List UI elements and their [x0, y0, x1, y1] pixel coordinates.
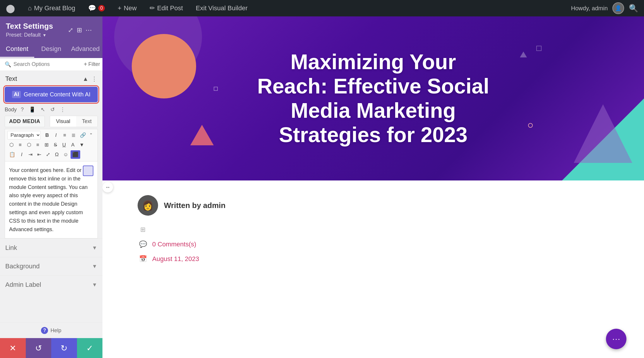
- floating-action-button[interactable]: ⋯: [606, 329, 626, 349]
- font-color-button[interactable]: A: [69, 141, 77, 149]
- section-collapse-icon[interactable]: ▲: [83, 76, 88, 82]
- link-section-header[interactable]: Link ▼: [0, 239, 102, 257]
- table-button[interactable]: ⊞: [42, 141, 51, 149]
- mobile-preview-button[interactable]: 📱: [28, 106, 37, 113]
- italic-button[interactable]: I: [52, 131, 60, 139]
- plus-icon: +: [118, 4, 121, 12]
- filter-button[interactable]: + Filter: [84, 61, 100, 68]
- editor-tab-text[interactable]: Text: [76, 116, 97, 127]
- panel-tabs: Content Design Advanced: [0, 41, 102, 58]
- right-content: ↔ Maximizing Your Reach: Effective Socia…: [102, 16, 644, 358]
- admin-avatar[interactable]: 👤: [612, 2, 624, 14]
- link-section-arrow: ▼: [92, 245, 97, 251]
- help-icon: ?: [41, 327, 48, 334]
- underline-button[interactable]: U: [60, 141, 68, 149]
- admin-bar-new[interactable]: + New: [115, 3, 139, 13]
- select-tool-button[interactable]: ↖: [40, 106, 46, 113]
- undo-button[interactable]: ↺: [26, 338, 52, 358]
- text-section-header[interactable]: Text ▲ ⋮: [0, 71, 102, 86]
- ai-generate-button[interactable]: AI Generate Content With AI: [5, 87, 98, 102]
- meta-items: ⊞ 💬 0 Comments(s) 📅 August 11, 2023: [138, 224, 609, 264]
- author-avatar: 👩: [138, 195, 158, 216]
- search-input[interactable]: [13, 61, 81, 67]
- link-section-title: Link: [5, 244, 17, 252]
- tab-content[interactable]: Content: [0, 41, 34, 58]
- editor-area: Body ? 📱 ↖ ↺ ⋮ ADD MEDIA Visual: [0, 106, 102, 238]
- save-button[interactable]: ✓: [77, 338, 103, 358]
- columns-icon[interactable]: ⊞: [77, 26, 82, 34]
- unordered-list-button[interactable]: ≡: [61, 131, 69, 139]
- align-left-button[interactable]: ⬡: [7, 141, 16, 149]
- pencil-icon: ✏: [150, 4, 155, 12]
- search-bar: 🔍 + Filter: [0, 58, 102, 71]
- highlighted-button[interactable]: ⬛: [71, 150, 80, 159]
- wp-logo-icon[interactable]: ⬤: [6, 4, 15, 13]
- editor-tab-visual[interactable]: Visual: [50, 116, 76, 127]
- link-button[interactable]: 🔗: [78, 131, 86, 139]
- toolbar-row-1: Paragraph B I ≡ ≣ 🔗 ": [7, 131, 95, 139]
- background-section-arrow: ▼: [92, 263, 97, 270]
- paragraph-select[interactable]: Paragraph: [7, 131, 41, 139]
- admin-bar-edit-post[interactable]: ✏ Edit Post: [147, 3, 185, 13]
- more-options-icon[interactable]: ⋯: [85, 26, 92, 34]
- fullscreen-editor-button[interactable]: ⤢: [44, 150, 52, 159]
- outdent-button[interactable]: ⇤: [35, 150, 43, 159]
- strikethrough-button[interactable]: S̶: [51, 141, 59, 149]
- justify-button[interactable]: ≡: [34, 141, 42, 149]
- panel-header: Text Settings Preset: Default ▼ ⤢ ⊞ ⋯: [0, 16, 102, 41]
- font-dropdown-button[interactable]: ▼: [78, 141, 86, 149]
- align-right-button[interactable]: ⬡: [25, 141, 33, 149]
- ordered-list-button[interactable]: ≣: [69, 131, 78, 139]
- tab-advanced[interactable]: Advanced: [68, 41, 102, 58]
- comment-meta-icon: 💬: [138, 239, 148, 250]
- undo-editor-button[interactable]: ↺: [49, 106, 56, 113]
- deco-dot: [528, 123, 533, 128]
- align-center-button[interactable]: ≡: [16, 141, 24, 149]
- calendar-icon: 📅: [138, 254, 148, 264]
- hero-section: Maximizing Your Reach: Effective Social …: [102, 16, 644, 180]
- fullscreen-icon[interactable]: ⤢: [68, 26, 73, 34]
- help-tooltip-button[interactable]: ?: [20, 106, 25, 113]
- tab-design[interactable]: Design: [34, 41, 68, 58]
- paste-text-button[interactable]: 📋: [7, 150, 17, 159]
- background-section: Background ▼: [0, 257, 102, 275]
- special-chars-button[interactable]: Ω: [53, 151, 61, 159]
- bottom-action-bar: ✕ ↺ ↻ ✓: [0, 338, 102, 358]
- hero-title: Maximizing Your Reach: Effective Social …: [253, 50, 493, 147]
- section-controls: ▲ ⋮: [83, 75, 97, 82]
- resize-handle[interactable]: ↔: [102, 182, 113, 192]
- editor-top-bar: Body ? 📱 ↖ ↺ ⋮: [5, 106, 98, 113]
- rich-toolbar: Paragraph B I ≡ ≣ 🔗 " ⬡ ≡ ⬡ ≡: [5, 129, 98, 161]
- cancel-button[interactable]: ✕: [0, 338, 26, 358]
- editor-content[interactable]: Your content goes here. Edit or remove t…: [5, 161, 98, 238]
- blockquote-button[interactable]: ": [87, 131, 95, 139]
- admin-bar-exit-builder[interactable]: Exit Visual Builder: [193, 3, 250, 13]
- admin-bar-comments[interactable]: 💬 0: [86, 3, 107, 13]
- author-name: Written by admin: [164, 201, 225, 210]
- more-editor-options-button[interactable]: ⋮: [59, 106, 66, 113]
- deco-small-triangle: [520, 52, 527, 57]
- admin-bar-right: Howdy, admin 👤 🔍: [571, 2, 638, 14]
- deco-triangle-pink: [190, 125, 214, 145]
- admin-label-section-header[interactable]: Admin Label ▼: [0, 276, 102, 294]
- panel-header-icons: ⤢ ⊞ ⋯: [68, 26, 92, 34]
- bold-button[interactable]: B: [43, 131, 51, 139]
- admin-bar-site[interactable]: ⌂ My Great Blog: [25, 3, 78, 13]
- deco-small-square2: [536, 46, 542, 51]
- deco-circle-salmon: [132, 34, 196, 98]
- meta-date-item: 📅 August 11, 2023: [138, 254, 609, 264]
- deco-small-square: [214, 87, 218, 91]
- admin-search-icon[interactable]: 🔍: [629, 4, 638, 13]
- section-menu-icon[interactable]: ⋮: [91, 75, 97, 82]
- italic2-button[interactable]: I: [18, 151, 26, 159]
- redo-button[interactable]: ↻: [51, 338, 77, 358]
- add-media-button[interactable]: ADD MEDIA: [5, 116, 45, 127]
- author-block: 👩 Written by admin: [138, 195, 609, 216]
- indent-button[interactable]: ⇥: [26, 150, 35, 159]
- cursor-highlight: [83, 166, 93, 176]
- emoji-button[interactable]: ☺: [61, 151, 70, 159]
- editor-body-label: Body: [5, 107, 17, 113]
- help-label[interactable]: Help: [50, 328, 61, 334]
- content-area: 👩 Written by admin ⊞ 💬 0 Comments(s) 📅 A…: [102, 180, 644, 358]
- background-section-header[interactable]: Background ▼: [0, 257, 102, 275]
